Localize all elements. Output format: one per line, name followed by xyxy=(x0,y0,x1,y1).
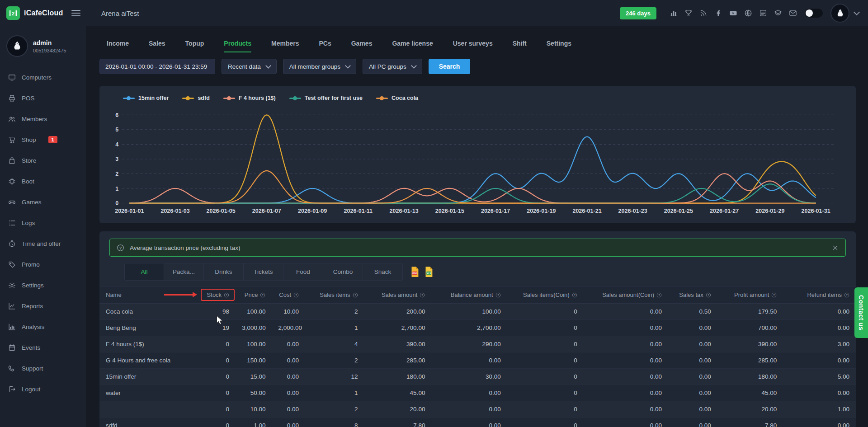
category-tab-tickets[interactable]: Tickets xyxy=(244,263,283,281)
column-header-sales-amount[interactable]: Sales amount? xyxy=(364,286,432,304)
sidebar-item-logs[interactable]: Logs xyxy=(0,212,86,233)
legend-item-f-4-hours-1[interactable]: F 4 hours (1$) xyxy=(223,95,276,101)
svg-text:?: ? xyxy=(295,294,297,296)
sidebar-item-logout[interactable]: Logout xyxy=(0,379,86,399)
svg-text:2026-01-03: 2026-01-03 xyxy=(160,208,189,214)
tab-pcs[interactable]: PCs xyxy=(319,40,331,52)
tab-games[interactable]: Games xyxy=(351,40,373,52)
category-tab-snack[interactable]: Snack xyxy=(363,263,403,281)
svg-text:2026-01-19: 2026-01-19 xyxy=(527,208,556,214)
column-header-profit-amount[interactable]: Profit amount? xyxy=(717,286,783,304)
pc-groups-select[interactable]: All PC groups xyxy=(363,59,422,74)
export-pdf-button[interactable]: PDF xyxy=(410,266,420,277)
sidebar-profile[interactable]: admin 005193482475 xyxy=(0,26,86,62)
sidebar-item-boot[interactable]: Boot xyxy=(0,171,86,192)
tab-products[interactable]: Products xyxy=(224,40,251,52)
sidebar-item-reports[interactable]: Reports xyxy=(0,296,86,316)
tab-user-surveys[interactable]: User surveys xyxy=(453,40,493,52)
legend-item-test-offer-for-first-use[interactable]: Test offer for first use xyxy=(289,95,363,101)
sidebar-item-settings[interactable]: Settings xyxy=(0,275,86,296)
layers-icon[interactable] xyxy=(774,9,782,17)
events-icon xyxy=(8,344,16,352)
info-icon[interactable]: ? xyxy=(260,292,265,298)
invoice-icon[interactable] xyxy=(759,9,767,17)
info-icon[interactable]: ? xyxy=(572,292,577,298)
table-row-15min-offer: 15min offer015.000.0012180.0030.0000.000… xyxy=(99,369,856,385)
info-icon[interactable]: ? xyxy=(495,292,501,298)
youtube-icon[interactable] xyxy=(729,9,737,17)
export-excel-button[interactable]: XLS xyxy=(424,266,434,277)
sidebar-item-events[interactable]: Events xyxy=(0,337,86,358)
info-icon[interactable]: ? xyxy=(706,292,711,298)
sidebar-item-time-and-offer[interactable]: Time and offer xyxy=(0,233,86,254)
sidebar-item-games[interactable]: Games xyxy=(0,192,86,212)
column-header-name[interactable]: Name xyxy=(99,286,200,304)
category-tab-all[interactable]: All xyxy=(124,263,164,281)
tab-settings[interactable]: Settings xyxy=(547,40,571,52)
column-label: Sales items xyxy=(320,291,350,298)
tab-topup[interactable]: Topup xyxy=(185,40,204,52)
member-groups-select[interactable]: All member groups xyxy=(283,59,356,74)
category-tab-drinks[interactable]: Drinks xyxy=(204,263,244,281)
chart-legend: 15min offersdfdF 4 hours (1$)Test offer … xyxy=(107,93,849,103)
svg-text:1: 1 xyxy=(115,186,118,192)
column-header-stock[interactable]: Stock? xyxy=(200,286,236,304)
info-icon[interactable]: ? xyxy=(293,292,299,298)
legend-item-coca-cola[interactable]: Coca cola xyxy=(376,95,418,101)
legend-item-15min-offer[interactable]: 15min offer xyxy=(123,95,169,101)
info-icon[interactable]: ? xyxy=(656,292,662,298)
svg-text:?: ? xyxy=(354,294,356,296)
info-icon[interactable]: ? xyxy=(844,292,849,298)
column-header-price[interactable]: Price? xyxy=(236,286,272,304)
contact-us-button[interactable]: Contact us xyxy=(854,287,868,338)
close-icon[interactable] xyxy=(832,244,839,251)
info-icon[interactable]: ? xyxy=(420,292,425,298)
sidebar-item-analysis[interactable]: Analysis xyxy=(0,316,86,337)
tab-members[interactable]: Members xyxy=(271,40,299,52)
search-button[interactable]: Search xyxy=(429,59,471,74)
category-tab-combo[interactable]: Combo xyxy=(323,263,363,281)
banner-text: Average transaction price (excluding tax… xyxy=(130,244,240,251)
column-header-sales-items[interactable]: Sales items? xyxy=(305,286,364,304)
globe-icon[interactable] xyxy=(744,9,752,17)
info-icon[interactable]: ? xyxy=(771,292,777,298)
tab-shift[interactable]: Shift xyxy=(513,40,527,52)
license-days-badge[interactable]: 246 days xyxy=(620,7,656,19)
date-range-input[interactable] xyxy=(99,59,215,74)
profile-menu-avatar[interactable] xyxy=(830,4,849,23)
column-header-balance-amount[interactable]: Balance amount? xyxy=(431,286,507,304)
sidebar-item-shop[interactable]: Shop1 xyxy=(0,129,86,150)
sidebar-item-members[interactable]: Members xyxy=(0,108,86,129)
hamburger-menu-icon[interactable] xyxy=(71,10,80,16)
tab-income[interactable]: Income xyxy=(107,40,129,52)
rss-icon[interactable] xyxy=(699,9,708,17)
tab-game-license[interactable]: Game license xyxy=(392,40,433,52)
column-header-sales-tax[interactable]: Sales tax? xyxy=(668,286,717,304)
category-tab-food[interactable]: Food xyxy=(283,263,323,281)
sidebar-item-promo[interactable]: Promo xyxy=(0,254,86,275)
mail-icon[interactable] xyxy=(789,9,797,17)
value-cell: 20.00 xyxy=(717,401,783,418)
svg-text:?: ? xyxy=(846,294,848,296)
recent-data-select[interactable]: Recent data xyxy=(222,59,277,74)
sidebar-item-store[interactable]: Store xyxy=(0,150,86,171)
facebook-icon[interactable] xyxy=(714,9,722,17)
column-header-sales-items-coin[interactable]: Sales items(Coin)? xyxy=(507,286,584,304)
trophy-icon[interactable] xyxy=(684,9,693,17)
profile-menu-caret-icon[interactable] xyxy=(854,9,860,15)
legend-item-sdfd[interactable]: sdfd xyxy=(182,95,209,101)
info-icon[interactable]: ? xyxy=(353,292,358,298)
tab-sales[interactable]: Sales xyxy=(149,40,165,52)
value-cell: 0.00 xyxy=(668,418,717,427)
category-tab-packa[interactable]: Packa... xyxy=(164,263,204,281)
icafecloud-logo[interactable]: 2 xyxy=(6,6,20,20)
column-header-cost[interactable]: Cost? xyxy=(272,286,305,304)
sidebar-item-pos[interactable]: POS xyxy=(0,88,86,108)
stats-icon[interactable] xyxy=(670,9,678,17)
sidebar-item-support[interactable]: Support xyxy=(0,358,86,379)
column-header-sales-amount-coin[interactable]: Sales amount(Coin)? xyxy=(584,286,668,304)
info-icon[interactable]: ? xyxy=(224,292,229,298)
sidebar-item-computers[interactable]: Computers xyxy=(0,67,86,88)
dark-mode-toggle[interactable] xyxy=(805,9,823,18)
column-header-refund-items[interactable]: Refund items? xyxy=(783,286,856,304)
